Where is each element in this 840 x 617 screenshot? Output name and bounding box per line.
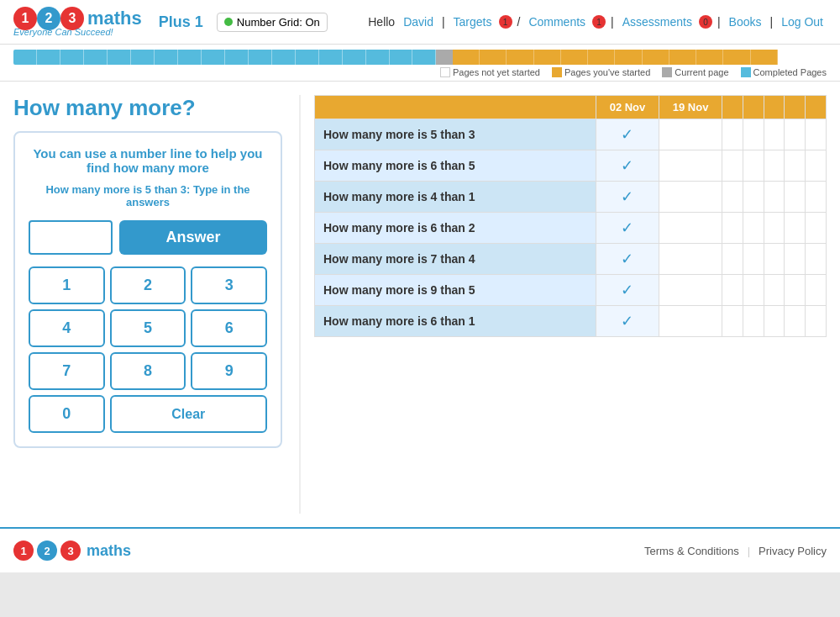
targets-link[interactable]: Targets — [450, 15, 496, 29]
course-label: Plus 1 — [159, 13, 203, 31]
progress-container: Pages not yet started Pages you've start… — [0, 45, 840, 82]
footer-logo-3: 3 — [60, 541, 81, 561]
started-icon — [552, 67, 562, 77]
col5-header — [764, 96, 785, 119]
col6-header — [785, 96, 806, 119]
comments-link[interactable]: Comments — [525, 15, 589, 29]
answer-button[interactable]: Answer — [119, 220, 267, 255]
table-row: How many more is 6 than 1✓ — [315, 306, 827, 337]
footer: 1 2 3 maths Terms & Conditions | Privacy… — [0, 527, 840, 572]
terms-link[interactable]: Terms & Conditions — [644, 545, 739, 557]
numpad-1[interactable]: 1 — [29, 266, 105, 304]
question-text-cell: How many more is 6 than 1 — [315, 306, 596, 337]
empty-cell — [806, 244, 827, 275]
empty-cell — [743, 244, 764, 275]
table-row: How many more is 6 than 2✓ — [315, 213, 827, 244]
table-row: How many more is 7 than 4✓ — [315, 244, 827, 275]
numpad-4[interactable]: 4 — [29, 309, 105, 347]
empty-cell — [785, 150, 806, 182]
footer-logo-1: 1 — [13, 541, 34, 561]
empty-cell — [806, 275, 827, 306]
empty-cell — [743, 150, 764, 182]
empty-cell — [743, 182, 764, 213]
check-cell-1: ✓ — [596, 275, 659, 306]
page-title: How many more? — [13, 95, 282, 121]
clear-button[interactable]: Clear — [110, 395, 267, 433]
assessments-badge: 0 — [699, 15, 712, 29]
col4-header — [743, 96, 764, 119]
empty-cell — [659, 244, 722, 275]
table-row: How many more is 4 than 1✓ — [315, 182, 827, 213]
comments-badge: 1 — [592, 15, 606, 29]
question-col-header — [315, 96, 596, 119]
legend-completed: Completed Pages — [741, 67, 827, 77]
numpad-bottom: 0 Clear — [29, 395, 267, 433]
empty-cell — [764, 275, 785, 306]
numpad-8[interactable]: 8 — [110, 352, 186, 390]
question-text-cell: How many more is 4 than 1 — [315, 182, 596, 213]
books-link[interactable]: Books — [726, 15, 765, 29]
empty-cell — [806, 150, 827, 182]
numpad-9[interactable]: 9 — [191, 352, 267, 390]
nav-slash: / — [514, 15, 524, 29]
targets-badge: 1 — [499, 15, 512, 29]
date2-header: 19 Nov — [659, 96, 722, 119]
completed-section — [13, 50, 436, 65]
footer-logo-text: maths — [87, 542, 131, 560]
empty-cell — [722, 213, 743, 244]
numpad-3[interactable]: 3 — [191, 266, 267, 304]
greeting-text: Hello — [365, 15, 398, 29]
empty-cell — [764, 182, 785, 213]
current-icon — [662, 67, 672, 77]
legend-started: Pages you've started — [552, 67, 650, 77]
current-page-section — [436, 50, 452, 65]
number-grid-badge[interactable]: Number Grid: On — [217, 13, 328, 32]
numpad-6[interactable]: 6 — [191, 309, 267, 347]
numpad-0[interactable]: 0 — [29, 395, 105, 433]
empty-cell — [659, 213, 722, 244]
current-label: Current page — [675, 67, 728, 77]
not-started-label: Pages not yet started — [453, 67, 540, 77]
empty-cell — [806, 119, 827, 150]
numpad: 1 2 3 4 5 6 7 8 9 — [29, 266, 267, 390]
empty-cell — [722, 275, 743, 306]
left-panel: How many more? You can use a number line… — [13, 95, 282, 514]
footer-logo: 1 2 3 maths — [13, 541, 131, 561]
question-text-cell: How many more is 6 than 5 — [315, 150, 596, 182]
check-cell-1: ✓ — [596, 182, 659, 213]
started-section — [453, 50, 778, 65]
empty-cell — [659, 306, 722, 337]
started-label: Pages you've started — [564, 67, 650, 77]
numpad-7[interactable]: 7 — [29, 352, 105, 390]
table-row: How many more is 5 than 3✓ — [315, 119, 827, 150]
answer-input[interactable] — [29, 220, 113, 255]
empty-cell — [659, 150, 722, 182]
assessments-link[interactable]: Assessments — [619, 15, 696, 29]
empty-cell — [785, 213, 806, 244]
footer-links: Terms & Conditions | Privacy Policy — [644, 545, 827, 557]
numpad-5[interactable]: 5 — [110, 309, 186, 347]
logout-link[interactable]: Log Out — [778, 15, 827, 29]
question-text-cell: How many more is 5 than 3 — [315, 119, 596, 150]
empty-cell — [764, 306, 785, 337]
right-panel: 02 Nov 19 Nov How many more is 5 than 3✓… — [299, 95, 827, 514]
empty-cell — [722, 182, 743, 213]
progress-bar — [13, 50, 827, 65]
date1-header: 02 Nov — [596, 96, 659, 119]
question-text-cell: How many more is 9 than 5 — [315, 275, 596, 306]
logo-sub: Everyone Can Succeed! — [13, 27, 142, 37]
question-text-cell: How many more is 6 than 2 — [315, 213, 596, 244]
empty-cell — [785, 244, 806, 275]
empty-cell — [659, 275, 722, 306]
empty-cell — [785, 119, 806, 150]
empty-cell — [743, 213, 764, 244]
completed-label: Completed Pages — [753, 67, 827, 77]
empty-cell — [659, 119, 722, 150]
empty-cell — [785, 275, 806, 306]
privacy-link[interactable]: Privacy Policy — [759, 545, 827, 557]
user-link[interactable]: David — [400, 15, 437, 29]
table-row: How many more is 9 than 5✓ — [315, 275, 827, 306]
empty-cell — [785, 306, 806, 337]
numpad-2[interactable]: 2 — [110, 266, 186, 304]
header-nav: Hello David | Targets1 / Comments1 | Ass… — [365, 15, 827, 29]
